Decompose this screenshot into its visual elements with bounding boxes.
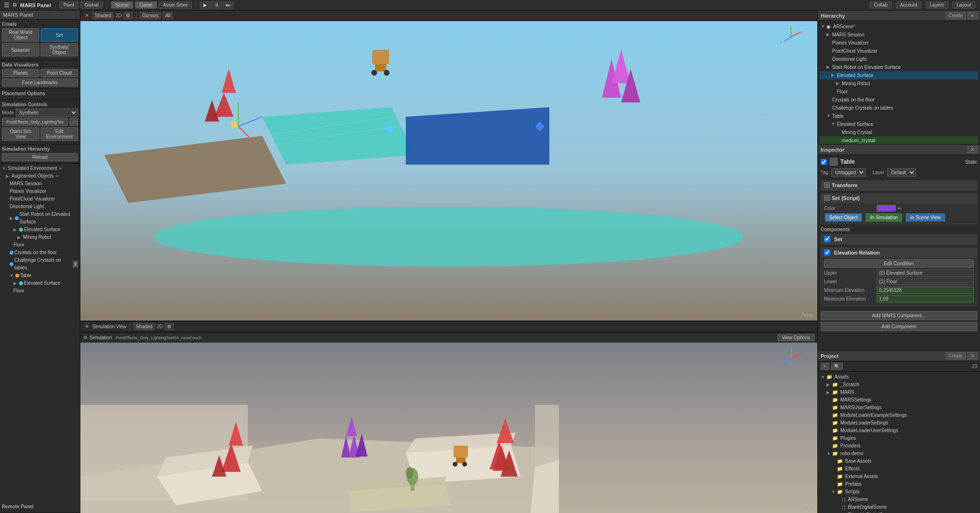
transform-header[interactable]: ↕ Transform (821, 181, 977, 190)
start-robot-item[interactable]: ▶ Start Robot on Elevated Surface (2, 211, 78, 226)
gizmos-dropdown[interactable]: Gizmos (140, 12, 161, 19)
h-dir-light[interactable]: Directional Light (820, 55, 978, 63)
pause-button[interactable]: ⏸ (212, 1, 222, 9)
account-button[interactable]: Account (896, 1, 922, 9)
scene-gizmo-btn[interactable]: ⚙ (123, 12, 133, 19)
external-assets-folder[interactable]: 📁 External Assets (820, 473, 978, 480)
h-planes-viz[interactable]: Planes Visualizer (820, 39, 978, 47)
sim-shaded-dropdown[interactable]: Shaded (134, 323, 155, 330)
h-arscene[interactable]: ▼ ◉ ARScene* (820, 22, 978, 31)
project-create-btn[interactable]: Create (946, 352, 966, 359)
elevated-surface-item2[interactable]: ▶ Elevated Surface (2, 279, 78, 287)
h-pointcloud-viz[interactable]: PointCloud Visualizer (820, 47, 978, 55)
h-start-robot[interactable]: ▶ Start Robot on Elevated Surface (820, 63, 978, 71)
sim-close-btn[interactable]: ✕ (83, 323, 90, 330)
add-component-btn[interactable]: Add Component (821, 322, 977, 331)
color-swatch[interactable] (877, 205, 896, 212)
aug-objects-item[interactable]: ▶ Augmented Objects ✏ (2, 172, 78, 180)
moduleloaderex-folder[interactable]: 📁 ModuleLoaderExampleSettings (820, 412, 978, 419)
real-world-object-btn[interactable]: Real World Object (2, 28, 39, 42)
blank-digital-scene-item[interactable]: ◻ BlankDigitalScene (820, 503, 978, 511)
plugins-folder[interactable]: 📁 Plugins (820, 435, 978, 442)
base-assets-folder[interactable]: 📁 Base Assets (820, 457, 978, 465)
project-plus-btn[interactable]: + (821, 363, 829, 370)
h-crystals-floor[interactable]: Crystals on the floor (820, 96, 978, 104)
challenge-crystals-item[interactable]: Challenge Crystals on tables 2 (2, 256, 78, 272)
select-object-btn[interactable]: Select Object (825, 213, 862, 222)
scratch-folder[interactable]: ▶ 📁 _Scratch (820, 381, 978, 389)
edit-environment-btn[interactable]: Edit Environment (41, 127, 78, 141)
sim-dropdown[interactable]: Simulation (89, 335, 112, 340)
tag-select[interactable]: Untagged (831, 168, 866, 177)
sim-gizmo-btn[interactable]: ⚙ (165, 323, 174, 330)
game-tab[interactable]: Game (135, 1, 156, 9)
point-cloud-btn[interactable]: Point Cloud (41, 69, 78, 77)
elevated-surface-item1[interactable]: ▶ Elevated Surface (2, 226, 78, 234)
asset-store-tab[interactable]: Asset Store (159, 1, 192, 9)
collab-button[interactable]: Collab (869, 1, 891, 9)
shaded-dropdown[interactable]: Shaded (92, 12, 113, 19)
marsusersettings-folder[interactable]: 📁 MARSUserSettings (820, 404, 978, 412)
synthetic-object-btn[interactable]: Synthetic Object (41, 43, 78, 56)
layer-select[interactable]: Default (887, 168, 916, 177)
face-landmarks-btn[interactable]: Face Landmarks (2, 78, 78, 87)
dir-light-item[interactable]: Directional Light (2, 203, 78, 211)
providers-folder[interactable]: 📁 Providers (820, 442, 978, 450)
moduleloaderuser-folder[interactable]: 📁 ModuleLoaderUserSettings (820, 427, 978, 435)
scripts-folder[interactable]: ▼ 📁 Scripts (820, 488, 978, 496)
set-checkbox[interactable] (824, 236, 830, 242)
view-options-btn[interactable]: View Options (778, 334, 814, 341)
floor-item1[interactable]: Floor (2, 241, 78, 249)
in-simulation-btn[interactable]: In Simulation (866, 213, 902, 222)
h-elevated-surface2[interactable]: ▼ Elevated Surface (820, 120, 978, 128)
open-sim-view-btn[interactable]: Open Sim View (2, 127, 39, 141)
set-component-header[interactable]: Set (821, 234, 977, 244)
all-dropdown[interactable]: All (163, 12, 173, 19)
pivot-button[interactable]: Pivot (59, 1, 78, 9)
mars-folder[interactable]: ▶ 📁 MARS (820, 389, 978, 396)
floor-item2[interactable]: Floor (2, 287, 78, 295)
hierarchy-close-btn[interactable]: ✕ (968, 12, 977, 19)
hierarchy-create-btn[interactable]: Create (946, 12, 966, 19)
h-medium-crystal[interactable]: medium_crystal (820, 136, 978, 144)
assets-folder[interactable]: ▼ 📁 Assets (820, 373, 978, 381)
mode-select[interactable]: Synthetic (16, 109, 78, 117)
elevation-relation-checkbox[interactable] (824, 249, 830, 256)
mars-session-item[interactable]: MARS Session (2, 180, 78, 188)
h-mining-crystal[interactable]: Mining Crystal (820, 128, 978, 136)
moduleloadersettings-folder[interactable]: 📁 ModuleLoaderSettings (820, 419, 978, 427)
elevation-relation-header[interactable]: Elevation Relation (821, 248, 977, 257)
sim-env-item[interactable]: ▼ Simulated Environment ✏ (2, 165, 78, 172)
play-button[interactable]: ▶ (200, 1, 211, 9)
marssettings-folder[interactable]: 📁 MARSSettings (820, 396, 978, 404)
robo-demo-folder[interactable]: ▼ 📁 robo-demo (820, 450, 978, 457)
layers-button[interactable]: Layers (925, 1, 948, 9)
h-mining-robot[interactable]: ▶ Mining Robot (820, 79, 978, 88)
global-button[interactable]: Global (80, 1, 103, 9)
arscene-item[interactable]: ◻ ARScene (820, 496, 978, 503)
h-floor1[interactable]: Floor (820, 88, 978, 96)
crystals-floor-item[interactable]: Crystals on the floor (2, 249, 78, 256)
set-btn[interactable]: Set (41, 28, 78, 42)
reload-btn[interactable]: Reload (2, 153, 78, 161)
posteffects-btn[interactable]: PostEffects_Only_LightingTes (2, 118, 68, 126)
set-script-header[interactable]: ↕ Set (Script) (821, 194, 977, 203)
add-mars-component-btn[interactable]: Add MARS Component... (821, 311, 977, 320)
scene-tab[interactable]: Scene (111, 1, 133, 9)
scene-close-btn[interactable]: ✕ (83, 12, 90, 19)
pointcloud-viz-item[interactable]: PointCloud Visualizer (2, 195, 78, 203)
playable-digital-scene-item[interactable]: ◻ PlayableDigitalScene (820, 511, 978, 513)
h-challenge-crystals[interactable]: Challenge Crystals on tables (820, 104, 978, 112)
step-button[interactable]: ⏭ (223, 1, 234, 9)
spawner-btn[interactable]: Spawner (2, 43, 39, 56)
h-mars-session[interactable]: ▶ MARS Session (820, 31, 978, 39)
h-elevated-surface1[interactable]: ▶ Elevated Surface (820, 71, 978, 79)
h-table[interactable]: ▼ Table (820, 112, 978, 120)
edit-condition-btn[interactable]: Edit Condition (824, 259, 974, 268)
layout-button[interactable]: Layout (952, 1, 975, 9)
project-close-btn[interactable]: ✕ (968, 352, 977, 359)
planes-btn[interactable]: Planes (2, 69, 39, 77)
posteffects-extra-btn[interactable]: ⋯ (69, 118, 78, 126)
table-item[interactable]: ▼ Table (2, 272, 78, 279)
mining-robot-item[interactable]: ▶ Mining Robot (2, 234, 78, 241)
